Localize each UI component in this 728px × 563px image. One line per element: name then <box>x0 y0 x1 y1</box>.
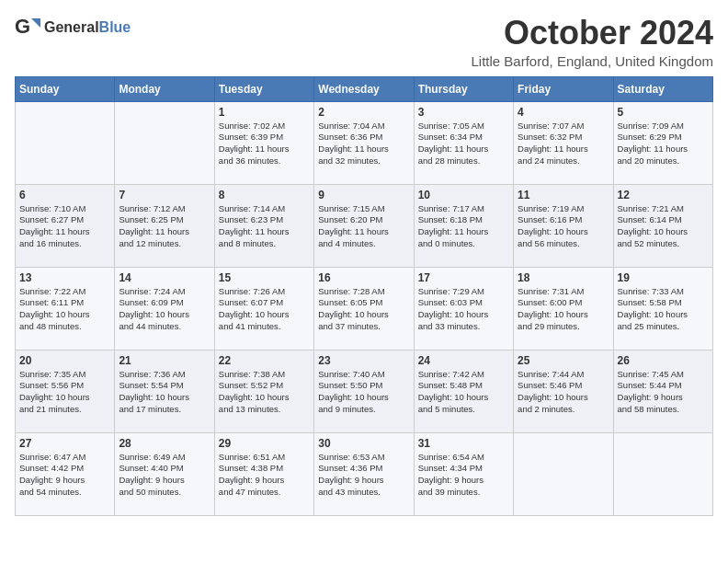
day-number: 24 <box>418 354 509 367</box>
calendar-cell <box>16 101 115 184</box>
logo: G GeneralBlue <box>15 15 131 40</box>
calendar-cell: 23Sunrise: 7:40 AM Sunset: 5:50 PM Dayli… <box>314 350 414 432</box>
day-number: 9 <box>318 189 409 201</box>
day-number: 15 <box>219 271 310 284</box>
calendar-cell: 14Sunrise: 7:24 AM Sunset: 6:09 PM Dayli… <box>115 267 214 350</box>
day-number: 29 <box>219 437 310 450</box>
day-info: Sunrise: 7:10 AM Sunset: 6:27 PM Dayligh… <box>19 203 110 250</box>
day-info: Sunrise: 7:02 AM Sunset: 6:39 PM Dayligh… <box>219 121 310 167</box>
calendar-cell: 12Sunrise: 7:21 AM Sunset: 6:14 PM Dayli… <box>613 184 712 267</box>
location-title: Little Barford, England, United Kingdom <box>472 53 714 69</box>
day-info: Sunrise: 7:26 AM Sunset: 6:07 PM Dayligh… <box>219 286 310 333</box>
calendar-week-row: 20Sunrise: 7:35 AM Sunset: 5:56 PM Dayli… <box>16 350 713 432</box>
calendar-cell: 29Sunrise: 6:51 AM Sunset: 4:38 PM Dayli… <box>214 432 313 515</box>
page-header: G GeneralBlue October 2024 Little Barfor… <box>15 15 713 69</box>
calendar-cell: 2Sunrise: 7:04 AM Sunset: 6:36 PM Daylig… <box>314 101 414 184</box>
calendar-body: 1Sunrise: 7:02 AM Sunset: 6:39 PM Daylig… <box>16 101 713 515</box>
day-info: Sunrise: 7:15 AM Sunset: 6:20 PM Dayligh… <box>318 203 409 250</box>
svg-text:G: G <box>15 15 30 38</box>
weekday-header: Saturday <box>613 76 712 101</box>
logo-blue: Blue <box>99 19 131 35</box>
calendar-cell <box>115 101 214 184</box>
day-number: 10 <box>418 189 509 201</box>
day-number: 28 <box>119 437 210 450</box>
calendar-cell: 5Sunrise: 7:09 AM Sunset: 6:29 PM Daylig… <box>613 101 712 184</box>
calendar-header-row: SundayMondayTuesdayWednesdayThursdayFrid… <box>16 76 713 101</box>
calendar-week-row: 13Sunrise: 7:22 AM Sunset: 6:11 PM Dayli… <box>16 267 713 350</box>
day-number: 18 <box>518 271 609 284</box>
day-number: 14 <box>119 271 210 284</box>
day-info: Sunrise: 7:45 AM Sunset: 5:44 PM Dayligh… <box>618 369 709 416</box>
weekday-header: Monday <box>115 76 214 101</box>
day-info: Sunrise: 7:05 AM Sunset: 6:34 PM Dayligh… <box>418 121 509 167</box>
calendar-cell <box>613 432 712 515</box>
day-info: Sunrise: 7:19 AM Sunset: 6:16 PM Dayligh… <box>518 203 609 250</box>
day-number: 22 <box>219 354 310 367</box>
day-number: 23 <box>318 354 409 367</box>
day-number: 16 <box>318 271 409 284</box>
day-info: Sunrise: 7:29 AM Sunset: 6:03 PM Dayligh… <box>418 286 509 333</box>
day-info: Sunrise: 7:35 AM Sunset: 5:56 PM Dayligh… <box>19 369 110 416</box>
day-number: 27 <box>19 437 110 450</box>
day-number: 17 <box>418 271 509 284</box>
calendar-cell: 17Sunrise: 7:29 AM Sunset: 6:03 PM Dayli… <box>414 267 513 350</box>
day-info: Sunrise: 7:31 AM Sunset: 6:00 PM Dayligh… <box>518 286 609 333</box>
calendar-cell: 28Sunrise: 6:49 AM Sunset: 4:40 PM Dayli… <box>115 432 214 515</box>
calendar-cell: 9Sunrise: 7:15 AM Sunset: 6:20 PM Daylig… <box>314 184 414 267</box>
calendar-cell: 22Sunrise: 7:38 AM Sunset: 5:52 PM Dayli… <box>214 350 313 432</box>
day-info: Sunrise: 7:17 AM Sunset: 6:18 PM Dayligh… <box>418 203 509 250</box>
day-number: 19 <box>618 271 709 284</box>
calendar-cell: 16Sunrise: 7:28 AM Sunset: 6:05 PM Dayli… <box>314 267 414 350</box>
day-number: 2 <box>318 106 409 119</box>
calendar-cell: 27Sunrise: 6:47 AM Sunset: 4:42 PM Dayli… <box>16 432 115 515</box>
weekday-header: Friday <box>514 76 613 101</box>
title-block: October 2024 Little Barford, England, Un… <box>472 15 714 69</box>
day-info: Sunrise: 6:51 AM Sunset: 4:38 PM Dayligh… <box>219 452 310 499</box>
day-number: 25 <box>518 354 609 367</box>
calendar-cell: 30Sunrise: 6:53 AM Sunset: 4:36 PM Dayli… <box>314 432 414 515</box>
day-number: 4 <box>518 106 609 119</box>
calendar-cell: 15Sunrise: 7:26 AM Sunset: 6:07 PM Dayli… <box>214 267 313 350</box>
calendar-cell: 10Sunrise: 7:17 AM Sunset: 6:18 PM Dayli… <box>414 184 513 267</box>
calendar-cell: 6Sunrise: 7:10 AM Sunset: 6:27 PM Daylig… <box>16 184 115 267</box>
day-number: 5 <box>618 106 709 119</box>
day-info: Sunrise: 6:54 AM Sunset: 4:34 PM Dayligh… <box>418 452 509 499</box>
weekday-header: Tuesday <box>214 76 313 101</box>
day-info: Sunrise: 7:40 AM Sunset: 5:50 PM Dayligh… <box>318 369 409 416</box>
calendar-cell: 26Sunrise: 7:45 AM Sunset: 5:44 PM Dayli… <box>613 350 712 432</box>
calendar-cell: 8Sunrise: 7:14 AM Sunset: 6:23 PM Daylig… <box>214 184 313 267</box>
day-number: 8 <box>219 189 310 201</box>
day-info: Sunrise: 7:04 AM Sunset: 6:36 PM Dayligh… <box>318 121 409 167</box>
calendar-week-row: 6Sunrise: 7:10 AM Sunset: 6:27 PM Daylig… <box>16 184 713 267</box>
day-number: 12 <box>618 189 709 201</box>
day-number: 30 <box>318 437 409 450</box>
calendar-cell: 25Sunrise: 7:44 AM Sunset: 5:46 PM Dayli… <box>514 350 613 432</box>
calendar-cell: 7Sunrise: 7:12 AM Sunset: 6:25 PM Daylig… <box>115 184 214 267</box>
day-number: 13 <box>19 271 110 284</box>
calendar-cell: 31Sunrise: 6:54 AM Sunset: 4:34 PM Dayli… <box>414 432 513 515</box>
day-number: 1 <box>219 106 310 119</box>
calendar-cell <box>514 432 613 515</box>
logo-icon: G <box>15 15 40 40</box>
weekday-header: Sunday <box>16 76 115 101</box>
calendar-cell: 1Sunrise: 7:02 AM Sunset: 6:39 PM Daylig… <box>214 101 313 184</box>
day-info: Sunrise: 7:33 AM Sunset: 5:58 PM Dayligh… <box>618 286 709 333</box>
calendar-week-row: 27Sunrise: 6:47 AM Sunset: 4:42 PM Dayli… <box>16 432 713 515</box>
day-number: 20 <box>19 354 110 367</box>
calendar-cell: 13Sunrise: 7:22 AM Sunset: 6:11 PM Dayli… <box>16 267 115 350</box>
day-info: Sunrise: 7:22 AM Sunset: 6:11 PM Dayligh… <box>19 286 110 333</box>
day-number: 3 <box>418 106 509 119</box>
calendar-cell: 3Sunrise: 7:05 AM Sunset: 6:34 PM Daylig… <box>414 101 513 184</box>
weekday-header: Thursday <box>414 76 513 101</box>
calendar-cell: 20Sunrise: 7:35 AM Sunset: 5:56 PM Dayli… <box>16 350 115 432</box>
day-info: Sunrise: 7:38 AM Sunset: 5:52 PM Dayligh… <box>219 369 310 416</box>
day-info: Sunrise: 7:36 AM Sunset: 5:54 PM Dayligh… <box>119 369 210 416</box>
day-number: 11 <box>518 189 609 201</box>
svg-marker-1 <box>31 18 40 28</box>
weekday-header: Wednesday <box>314 76 414 101</box>
day-number: 7 <box>119 189 210 201</box>
day-info: Sunrise: 7:21 AM Sunset: 6:14 PM Dayligh… <box>618 203 709 250</box>
calendar-table: SundayMondayTuesdayWednesdayThursdayFrid… <box>15 76 713 516</box>
day-info: Sunrise: 7:44 AM Sunset: 5:46 PM Dayligh… <box>518 369 609 416</box>
day-info: Sunrise: 7:28 AM Sunset: 6:05 PM Dayligh… <box>318 286 409 333</box>
